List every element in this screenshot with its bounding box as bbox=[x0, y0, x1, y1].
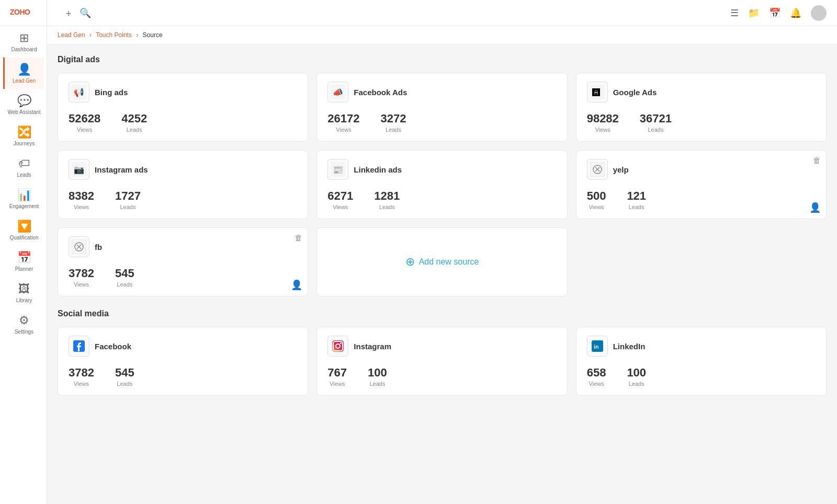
views-stat-google-ads: 98282Views bbox=[587, 112, 619, 133]
search-button[interactable]: 🔍 bbox=[80, 7, 91, 19]
card-icon-facebook-social bbox=[69, 336, 89, 357]
views-value-facebook-social: 3782 bbox=[69, 366, 94, 380]
leads-value-linkedin-ads: 1281 bbox=[374, 189, 400, 203]
views-value-instagram-social: 767 bbox=[327, 366, 347, 380]
views-stat-fb: 3782Views bbox=[69, 267, 94, 288]
leads-value-linkedin-social: 100 bbox=[627, 366, 646, 380]
user-badge-fb: 👤 bbox=[291, 279, 302, 291]
sidebar-item-label-leads: Leads bbox=[17, 172, 31, 178]
section-title-social-media: Social media bbox=[58, 309, 827, 318]
leads-label-instagram-social: Leads bbox=[368, 381, 387, 387]
sidebar-item-library[interactable]: 🖼Library bbox=[3, 277, 43, 308]
card-bing-ads: 📢Bing ads52628Views4252Leads bbox=[58, 73, 308, 142]
card-linkedin-ads: 📰Linkedin ads6271Views1281Leads bbox=[316, 150, 567, 219]
svg-text:🅰: 🅰 bbox=[592, 88, 600, 97]
card-name-linkedin-ads: Linkedin ads bbox=[354, 165, 402, 174]
card-icon-fb bbox=[69, 236, 89, 257]
views-value-linkedin-social: 658 bbox=[587, 366, 606, 380]
svg-text:📷: 📷 bbox=[74, 165, 84, 175]
card-fb: 🗑fb3782Views545Leads👤 bbox=[58, 227, 308, 296]
topbar: ＋ 🔍 ☰ 📁 📅 🔔 bbox=[47, 0, 837, 26]
calendar-icon[interactable]: 📅 bbox=[769, 7, 781, 19]
card-stats-linkedin-social: 658Views100Leads bbox=[587, 366, 816, 387]
views-value-fb: 3782 bbox=[69, 267, 94, 280]
card-stats-instagram-social: 767Views100Leads bbox=[327, 366, 556, 387]
sidebar-item-leads[interactable]: 🏷Leads bbox=[3, 152, 43, 183]
breadcrumb-item-touch-points[interactable]: Touch Points bbox=[96, 31, 132, 39]
breadcrumb: Lead Gen › Touch Points › Source bbox=[47, 26, 837, 44]
card-name-bing-ads: Bing ads bbox=[95, 88, 128, 97]
sidebar-item-label-journeys: Journeys bbox=[14, 141, 35, 146]
sidebar-item-label-dashboard: Dashboard bbox=[12, 47, 37, 52]
sidebar-item-label-library: Library bbox=[16, 297, 32, 303]
leads-label-facebook-ads: Leads bbox=[381, 127, 406, 133]
user-badge-yelp: 👤 bbox=[809, 202, 821, 213]
card-facebook-social: Facebook3782Views545Leads bbox=[58, 327, 308, 396]
leads-stat-facebook-social: 545Leads bbox=[115, 366, 134, 387]
sidebar-item-lead-gen[interactable]: 👤Lead Gen bbox=[3, 58, 43, 89]
leads-stat-linkedin-social: 100Leads bbox=[627, 366, 646, 387]
svg-text:📣: 📣 bbox=[333, 87, 343, 97]
svg-text:📢: 📢 bbox=[74, 87, 84, 97]
views-stat-linkedin-social: 658Views bbox=[587, 366, 606, 387]
app-logo: ZOHO bbox=[0, 0, 47, 26]
card-name-instagram-social: Instagram bbox=[354, 342, 391, 351]
breadcrumb-item-lead-gen[interactable]: Lead Gen bbox=[58, 31, 85, 39]
folder-icon[interactable]: 📁 bbox=[748, 7, 760, 19]
leads-label-google-ads: Leads bbox=[640, 127, 672, 133]
views-label-bing-ads: Views bbox=[69, 127, 100, 133]
card-stats-instagram-ads: 8382Views1727Leads bbox=[69, 189, 297, 210]
card-instagram-ads: 📷Instagram ads8382Views1727Leads bbox=[58, 150, 308, 219]
views-label-facebook-social: Views bbox=[69, 381, 94, 387]
svg-text:ZOHO: ZOHO bbox=[10, 8, 30, 16]
main-content: ＋ 🔍 ☰ 📁 📅 🔔 Lead Gen › Touch Points › So… bbox=[47, 0, 837, 504]
card-header-yelp: yelp bbox=[587, 159, 816, 180]
add-button[interactable]: ＋ bbox=[64, 7, 73, 19]
sidebar-item-dashboard[interactable]: ⊞Dashboard bbox=[3, 26, 43, 58]
leads-value-facebook-ads: 3272 bbox=[381, 112, 406, 125]
views-label-fb: Views bbox=[69, 281, 94, 288]
card-icon-instagram-social bbox=[327, 336, 348, 357]
views-stat-instagram-ads: 8382Views bbox=[69, 189, 94, 210]
sidebar-item-qualification[interactable]: 🔽Qualification bbox=[3, 214, 43, 246]
card-header-linkedin-ads: 📰Linkedin ads bbox=[327, 159, 556, 180]
leads-label-linkedin-ads: Leads bbox=[374, 204, 400, 210]
sidebar-item-journeys[interactable]: 🔀Journeys bbox=[3, 120, 43, 152]
list-icon[interactable]: ☰ bbox=[730, 7, 739, 19]
sidebar-item-planner[interactable]: 📅Planner bbox=[3, 246, 43, 277]
sidebar: ZOHO ⊞Dashboard👤Lead Gen💬Web Assistant🔀J… bbox=[0, 0, 47, 504]
sidebar-item-settings[interactable]: ⚙Settings bbox=[3, 308, 43, 340]
card-header-instagram-social: Instagram bbox=[327, 336, 556, 357]
card-name-facebook-ads: Facebook Ads bbox=[354, 88, 407, 97]
sidebar-item-web-assistant[interactable]: 💬Web Assistant bbox=[3, 89, 43, 120]
user-avatar[interactable] bbox=[811, 5, 827, 21]
card-facebook-ads: 📣Facebook Ads26172Views3272Leads bbox=[316, 73, 567, 142]
zoho-logo-text: ZOHO bbox=[10, 7, 37, 18]
leads-value-instagram-ads: 1727 bbox=[115, 189, 141, 203]
cards-grid-social-media: Facebook3782Views545LeadsInstagram767Vie… bbox=[58, 327, 827, 396]
section-social-media: Social mediaFacebook3782Views545LeadsIns… bbox=[58, 309, 827, 396]
card-stats-facebook-social: 3782Views545Leads bbox=[69, 366, 297, 387]
page-content: Digital ads📢Bing ads52628Views4252Leads📣… bbox=[47, 44, 837, 504]
svg-text:in: in bbox=[594, 343, 599, 350]
delete-button-fb[interactable]: 🗑 bbox=[295, 233, 302, 242]
leads-value-fb: 545 bbox=[115, 267, 134, 280]
leads-stat-linkedin-ads: 1281Leads bbox=[374, 189, 400, 210]
card-google-ads: 🅰Google Ads98282Views36721Leads bbox=[576, 73, 827, 142]
add-new-source-card[interactable]: ⊕Add new source bbox=[316, 227, 567, 296]
card-name-linkedin-social: LinkedIn bbox=[613, 342, 646, 351]
leads-label-facebook-social: Leads bbox=[115, 381, 134, 387]
sidebar-item-engagement[interactable]: 📊Engagement bbox=[3, 183, 43, 214]
leads-value-facebook-social: 545 bbox=[115, 366, 134, 380]
views-stat-bing-ads: 52628Views bbox=[69, 112, 100, 133]
delete-button-yelp[interactable]: 🗑 bbox=[813, 156, 821, 165]
views-label-facebook-ads: Views bbox=[327, 127, 359, 133]
views-stat-facebook-ads: 26172Views bbox=[327, 112, 359, 133]
add-new-source-label: ⊕Add new source bbox=[405, 255, 479, 269]
views-label-linkedin-social: Views bbox=[587, 381, 606, 387]
views-label-yelp: Views bbox=[587, 204, 606, 210]
bell-icon[interactable]: 🔔 bbox=[790, 7, 801, 19]
views-stat-facebook-social: 3782Views bbox=[69, 366, 94, 387]
card-linkedin-social: inLinkedIn658Views100Leads bbox=[576, 327, 827, 396]
views-label-linkedin-ads: Views bbox=[327, 204, 353, 210]
